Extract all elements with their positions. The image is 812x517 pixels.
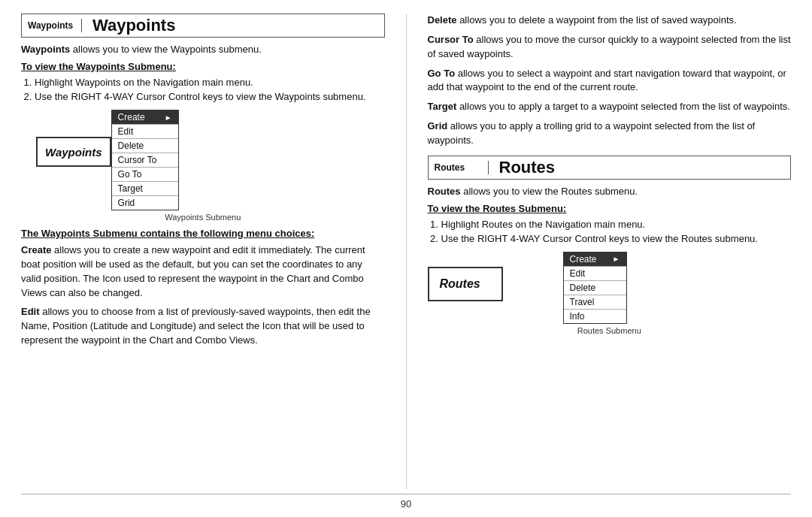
waypoints-create-para: Create allows you to create a new waypoi… <box>21 243 385 300</box>
waypoints-submenu-items: Create ► Edit Delete Cursor To Go To <box>111 110 179 210</box>
delete-bold: Delete <box>428 14 457 26</box>
routes-section-desc: Routes allows you to view the Routes sub… <box>428 184 792 203</box>
routes-menu-info[interactable]: Info <box>564 310 626 323</box>
routes-submenu-label: Routes <box>428 267 503 301</box>
routes-menu-delete[interactable]: Delete <box>564 281 626 295</box>
waypoints-edit-para: Edit allows you to choose from a list of… <box>21 305 385 348</box>
target-text: allows you to apply a target to a waypoi… <box>456 101 790 112</box>
page-number: 90 <box>401 498 411 509</box>
go-to-para: Go To allows you to select a waypoint an… <box>428 67 792 95</box>
create-arrow-icon: ► <box>165 113 172 122</box>
routes-steps-list: Highlight Routes on the Navigation main … <box>441 219 792 244</box>
grid-para: Grid allows you to apply a trolling grid… <box>428 119 792 148</box>
routes-title-main: Routes <box>489 156 566 179</box>
waypoints-menu-go-to[interactable]: Go To <box>112 168 178 182</box>
page-footer: 90 <box>21 494 791 509</box>
waypoints-menu-edit[interactable]: Edit <box>112 125 178 139</box>
routes-desc-bold: Routes <box>428 186 461 197</box>
waypoints-submenu-diagram: Waypoints Create ► Edit Delete Cursor To <box>36 110 385 210</box>
routes-submenu-items: Create ► Edit Delete Travel Info <box>563 252 627 324</box>
routes-title-bar: Routes Routes <box>428 156 792 180</box>
routes-step-2: Use the RIGHT 4-WAY Cursor Control keys … <box>441 233 792 244</box>
waypoints-steps-list: Highlight Waypoints on the Navigation ma… <box>35 77 385 102</box>
cursor-to-bold: Cursor To <box>428 34 474 45</box>
waypoints-title-label: Waypoints <box>22 19 82 32</box>
columns: Waypoints Waypoints Waypoints allows you… <box>21 14 791 489</box>
waypoints-edit-bold: Edit <box>21 306 40 317</box>
right-column: Delete allows you to delete a waypoint f… <box>406 14 792 489</box>
target-para: Target allows you to apply a target to a… <box>428 100 792 114</box>
waypoints-menu-target[interactable]: Target <box>112 182 178 196</box>
waypoints-choices-heading: The Waypoints Submenu contains the follo… <box>21 228 385 239</box>
routes-desc-text: allows you to view the Routes submenu. <box>461 186 638 197</box>
delete-text: allows you to delete a waypoint from the… <box>457 14 737 26</box>
cursor-to-text: allows you to move the cursor quickly to… <box>428 34 791 59</box>
waypoints-title-main: Waypoints <box>82 14 186 37</box>
waypoints-menu-delete[interactable]: Delete <box>112 139 178 153</box>
waypoints-create-text: allows you to create a new waypoint and … <box>21 244 365 298</box>
waypoints-step-2: Use the RIGHT 4-WAY Cursor Control keys … <box>35 91 385 102</box>
go-to-text: allows you to select a waypoint and star… <box>428 68 786 93</box>
target-bold: Target <box>428 101 457 112</box>
routes-step-1: Highlight Routes on the Navigation main … <box>441 219 792 230</box>
page: Waypoints Waypoints Waypoints allows you… <box>0 0 812 517</box>
routes-menu-edit[interactable]: Edit <box>564 267 626 281</box>
grid-text: allows you to apply a trolling grid to a… <box>428 120 756 146</box>
waypoints-desc-bold: Waypoints <box>21 44 70 55</box>
routes-submenu-diagram: Routes Create ► Edit Delete Travel <box>428 252 792 324</box>
routes-subsection-heading: To view the Routes Submenu: <box>428 203 792 214</box>
grid-bold: Grid <box>428 120 448 132</box>
routes-menu-travel[interactable]: Travel <box>564 295 626 310</box>
waypoints-create-bold: Create <box>21 244 51 255</box>
waypoints-edit-text: allows you to choose from a list of prev… <box>21 306 371 346</box>
go-to-bold: Go To <box>428 68 456 79</box>
waypoints-submenu-label: Waypoints <box>36 137 111 167</box>
waypoints-subsection-heading: To view the Waypoints Submenu: <box>21 61 385 72</box>
waypoints-submenu-caption: Waypoints Submenu <box>21 213 385 222</box>
waypoints-step-1: Highlight Waypoints on the Navigation ma… <box>35 77 385 88</box>
routes-menu-create[interactable]: Create ► <box>564 252 626 267</box>
routes-submenu-caption: Routes Submenu <box>428 326 792 335</box>
left-column: Waypoints Waypoints Waypoints allows you… <box>21 14 385 489</box>
waypoints-menu-create[interactable]: Create ► <box>112 110 178 125</box>
waypoints-menu-cursor-to[interactable]: Cursor To <box>112 153 178 168</box>
waypoints-title-bar: Waypoints Waypoints <box>21 14 385 38</box>
routes-title-label: Routes <box>429 161 489 174</box>
waypoints-desc-text: allows you to view the Waypoints submenu… <box>70 44 262 55</box>
cursor-to-para: Cursor To allows you to move the cursor … <box>428 33 792 62</box>
routes-create-arrow-icon: ► <box>613 255 620 263</box>
delete-para: Delete allows you to delete a waypoint f… <box>428 14 792 28</box>
waypoints-menu-grid[interactable]: Grid <box>112 196 178 210</box>
waypoints-section-desc: Waypoints allows you to view the Waypoin… <box>21 42 385 61</box>
